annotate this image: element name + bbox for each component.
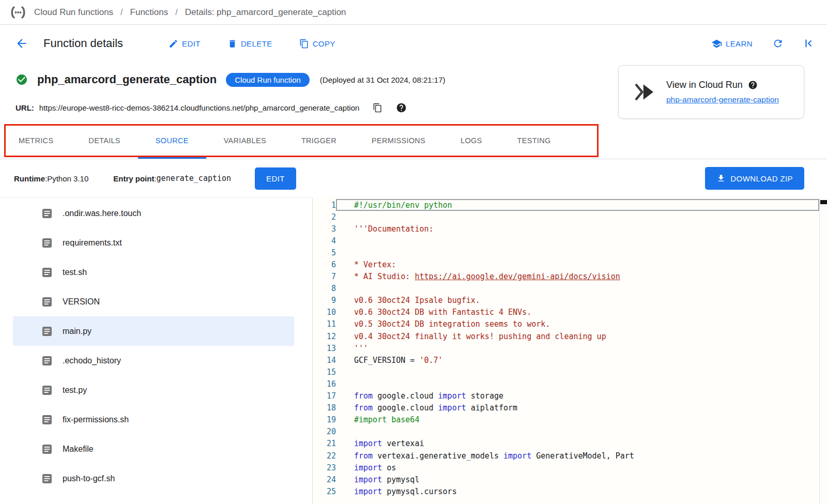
tab-testing[interactable]: TESTING	[500, 124, 569, 159]
file-row[interactable]: .echodo_history	[13, 346, 294, 375]
code-line[interactable]: 25import pymysql.cursors	[313, 485, 827, 497]
copy-function-button[interactable]: COPY	[299, 39, 335, 49]
tab-source[interactable]: SOURCE	[138, 124, 206, 159]
url-help-icon[interactable]	[396, 102, 407, 113]
file-icon	[42, 267, 52, 278]
file-name: .echodo_history	[63, 356, 121, 365]
line-number: 1	[313, 201, 336, 210]
code-line[interactable]: 3'''Documentation:	[313, 223, 827, 235]
line-number: 7	[313, 272, 336, 281]
file-row[interactable]: fix-permissions.sh	[13, 405, 294, 434]
code-line[interactable]: 14GCF_VERSION = '0.7'	[313, 354, 827, 366]
action-bar: Function details EDIT DELETE COPY LEARN	[0, 25, 827, 62]
collapse-panel-button[interactable]	[803, 38, 815, 49]
file-icon	[42, 297, 52, 307]
edit-function-button[interactable]: EDIT	[169, 39, 201, 49]
code-line[interactable]: 6* Vertex:	[313, 258, 827, 270]
file-row[interactable]: test.py	[13, 375, 294, 405]
cloud-functions-logo-icon	[9, 6, 27, 19]
code-line[interactable]: 18from google.cloud import aiplatform	[313, 402, 827, 414]
file-row[interactable]: push-to-gcf.sh	[13, 464, 294, 493]
download-zip-button[interactable]: DOWNLOAD ZIP	[705, 167, 804, 190]
line-number: 3	[313, 224, 336, 234]
cloud-run-service-link[interactable]: php-amarcord-generate-caption	[666, 95, 779, 104]
cloud-run-help-icon[interactable]	[748, 80, 758, 90]
learn-button[interactable]: LEARN	[711, 38, 753, 49]
refresh-button[interactable]	[772, 38, 784, 49]
code-editor[interactable]: 1#!/usr/bin/env python23'''Documentation…	[313, 197, 827, 504]
code-text: #!/usr/bin/env python	[336, 199, 819, 211]
code-line[interactable]: 17from google.cloud import storage	[313, 390, 827, 402]
file-name: push-to-gcf.sh	[63, 474, 115, 483]
tab-logs[interactable]: LOGS	[443, 124, 500, 159]
code-line[interactable]: 10v0.6 30oct24 DB with Fantastic 4 ENVs.	[313, 307, 827, 318]
learn-label: LEARN	[726, 39, 753, 48]
code-text: '''Documentation:	[336, 224, 819, 234]
source-content: .ondir.was.here.touch requirements.txt t…	[0, 197, 827, 504]
breadcrumb-functions[interactable]: Functions	[130, 7, 169, 18]
code-line[interactable]: 11v0.5 30oct24 DB integration seems to w…	[313, 318, 827, 330]
file-row[interactable]: test.sh	[13, 257, 294, 287]
tab-permissions[interactable]: PERMISSIONS	[354, 124, 443, 159]
cloud-run-card-title: View in Cloud Run	[666, 80, 743, 90]
tab-trigger[interactable]: TRIGGER	[284, 124, 354, 159]
copy-url-button[interactable]	[373, 103, 382, 113]
code-text: v0.4 30oct24 finally it works! pushing a…	[336, 332, 819, 341]
graduation-cap-icon	[711, 38, 722, 49]
code-line[interactable]: 4	[313, 235, 827, 247]
line-number: 2	[313, 212, 336, 222]
code-line[interactable]: 22from vertexai.generative_models import…	[313, 450, 827, 462]
code-line[interactable]: 2	[313, 211, 827, 223]
copy-icon	[299, 39, 309, 49]
line-number: 11	[313, 319, 336, 329]
back-button[interactable]	[11, 33, 32, 54]
breadcrumb-separator: /	[175, 8, 177, 17]
code-text: * Vertex:	[336, 260, 819, 269]
file-name: test.sh	[63, 268, 87, 277]
breadcrumb-app[interactable]: Cloud Run functions	[34, 7, 113, 18]
function-url: https://europe-west8-ricc-demos-386214.c…	[39, 103, 360, 112]
code-line[interactable]: 1#!/usr/bin/env python	[313, 199, 827, 211]
file-name: test.py	[63, 386, 87, 395]
file-icon	[42, 208, 52, 219]
line-number: 8	[313, 284, 336, 293]
code-line[interactable]: 15	[313, 366, 827, 378]
file-list: .ondir.was.here.touch requirements.txt t…	[0, 197, 313, 504]
download-zip-label: DOWNLOAD ZIP	[730, 174, 793, 183]
function-header: php_amarcord_generate_caption Cloud Run …	[0, 62, 827, 124]
code-text: import pymysql	[336, 475, 819, 484]
tab-variables[interactable]: VARIABLES	[206, 124, 284, 159]
line-number: 22	[313, 451, 336, 461]
tab-details[interactable]: DETAILS	[71, 124, 137, 159]
file-row[interactable]: VERSION	[13, 287, 294, 316]
code-line[interactable]: 9v0.6 30oct24 Ipsale bugfix.	[313, 295, 827, 307]
editor-scrollbar[interactable]	[819, 197, 827, 504]
line-number: 18	[313, 403, 336, 413]
file-row[interactable]: Makefile	[13, 434, 294, 464]
file-row[interactable]: main.py	[13, 316, 294, 346]
code-line[interactable]: 16	[313, 378, 827, 390]
code-line[interactable]: 20	[313, 426, 827, 438]
code-line[interactable]: 23import os	[313, 462, 827, 474]
line-number: 12	[313, 332, 336, 341]
edit-source-button[interactable]: EDIT	[255, 167, 296, 190]
code-line[interactable]: 21import vertexai	[313, 438, 827, 450]
code-line[interactable]: 5	[313, 247, 827, 258]
tab-metrics[interactable]: METRICS	[1, 124, 71, 159]
file-icon	[42, 238, 52, 248]
code-line[interactable]: 13'''	[313, 342, 827, 354]
code-text: GCF_VERSION = '0.7'	[336, 356, 819, 365]
code-line[interactable]: 19#import base64	[313, 414, 827, 426]
line-number: 13	[313, 344, 336, 353]
line-number: 23	[313, 463, 336, 472]
file-icon	[42, 356, 52, 366]
scrollbar-thumb[interactable]	[820, 200, 827, 204]
line-number: 10	[313, 308, 336, 317]
code-line[interactable]: 7* AI Studio: https://ai.google.dev/gemi…	[313, 271, 827, 283]
file-row[interactable]: .ondir.was.here.touch	[13, 198, 294, 228]
code-line[interactable]: 12v0.4 30oct24 finally it works! pushing…	[313, 330, 827, 342]
code-line[interactable]: 8	[313, 283, 827, 295]
delete-function-button[interactable]: DELETE	[227, 39, 272, 49]
file-row[interactable]: requirements.txt	[13, 228, 294, 257]
code-line[interactable]: 24import pymysql	[313, 474, 827, 485]
